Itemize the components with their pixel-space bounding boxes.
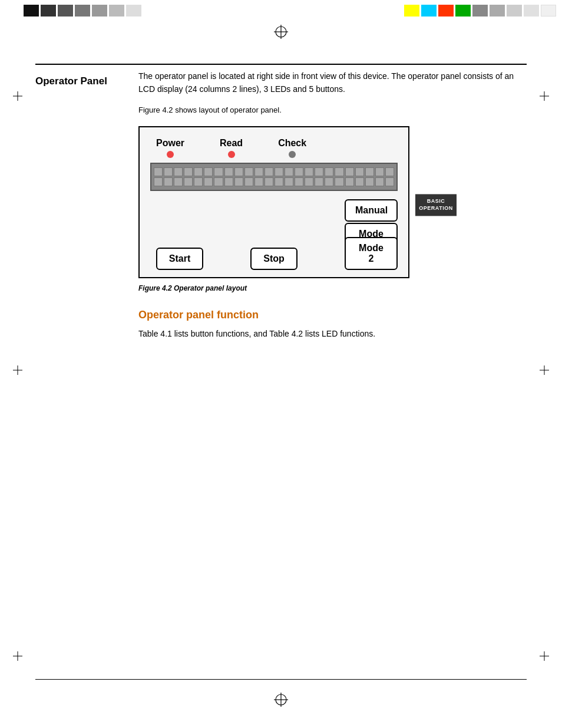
- lcd-cell: [275, 177, 283, 186]
- intro-text: The operator panel is located at right s…: [138, 70, 527, 96]
- color-block: [507, 5, 522, 17]
- lcd-cell: [265, 167, 273, 176]
- manual-button[interactable]: Manual: [345, 199, 398, 222]
- color-block-cyan: [421, 5, 437, 17]
- led-power-dot: [167, 151, 174, 158]
- lcd-cell: [345, 177, 354, 186]
- figure-ref: Figure 4.2 shows layout of operator pane…: [138, 106, 527, 114]
- lcd-cell: [345, 167, 354, 176]
- bottom-crosshair: [274, 693, 288, 709]
- side-tab: BASIC OPERATION: [415, 194, 457, 216]
- lcd-cell: [214, 167, 223, 176]
- lcd-cell: [174, 167, 183, 176]
- top-rule: [35, 64, 527, 65]
- subsection-title: Operator panel function: [138, 309, 527, 321]
- led-power-label: Power: [156, 138, 184, 149]
- lcd-cell: [365, 167, 374, 176]
- lcd-cell: [335, 167, 343, 176]
- lcd-cell: [385, 177, 394, 186]
- color-block: [109, 5, 124, 17]
- side-tab-line1: BASIC: [418, 197, 454, 205]
- lcd-cell: [204, 167, 213, 176]
- lcd-cell: [375, 177, 384, 186]
- lcd-cell: [355, 177, 364, 186]
- lcd-cell: [154, 177, 163, 186]
- right-color-strip: [404, 5, 556, 17]
- lcd-cell: [275, 167, 283, 176]
- lcd-cell: [234, 177, 243, 186]
- color-block: [472, 5, 488, 17]
- color-block: [92, 5, 107, 17]
- bottom-rule: [35, 679, 527, 680]
- lcd-cell: [305, 177, 313, 186]
- stop-button[interactable]: Stop: [250, 248, 297, 270]
- lcd-cell: [204, 177, 213, 186]
- left-crosshair-bottom: [13, 651, 22, 663]
- lcd-cell: [214, 177, 223, 186]
- lcd-cell: [315, 177, 323, 186]
- lcd-cell: [224, 167, 233, 176]
- lcd-cell: [184, 177, 193, 186]
- lcd-cell: [194, 167, 203, 176]
- led-row: Power Read Check: [156, 138, 398, 158]
- color-block-green: [455, 5, 471, 17]
- color-block: [541, 5, 556, 17]
- lcd-cell: [254, 177, 263, 186]
- lcd-cell: [295, 177, 303, 186]
- lcd-cell: [154, 167, 163, 176]
- right-crosshair-bottom: [540, 651, 549, 663]
- panel-diagram-container: Power Read Check: [138, 126, 409, 284]
- subsection-text: Table 4.1 lists button functions, and Ta…: [138, 327, 527, 340]
- lcd-cell: [385, 167, 394, 176]
- section-heading: Operator Panel: [35, 75, 138, 87]
- lcd-cell: [295, 167, 303, 176]
- figure-caption: Figure 4.2 Operator panel layout: [138, 284, 527, 292]
- buttons-area: Start Stop Manual Mode 1 Mode 2: [150, 199, 398, 270]
- top-crosshair: [274, 25, 288, 41]
- led-read-dot: [228, 151, 235, 158]
- lcd-cell: [184, 167, 193, 176]
- lcd-cell: [254, 167, 263, 176]
- lcd-cell: [325, 167, 333, 176]
- led-check-label: Check: [278, 138, 306, 149]
- panel-diagram: Power Read Check: [138, 126, 409, 278]
- lcd-cell: [174, 177, 183, 186]
- lcd-display: [150, 163, 398, 191]
- color-block-yellow: [404, 5, 419, 17]
- color-block: [24, 5, 39, 17]
- led-read: Read: [220, 138, 243, 158]
- color-block: [490, 5, 505, 17]
- color-block: [58, 5, 73, 17]
- lcd-cell: [335, 177, 343, 186]
- right-content-column: The operator panel is located at right s…: [138, 70, 527, 340]
- color-block: [524, 5, 539, 17]
- lcd-cell: [315, 167, 323, 176]
- lcd-cell: [365, 177, 374, 186]
- lcd-cell: [375, 167, 384, 176]
- lcd-cell: [224, 177, 233, 186]
- lcd-cell: [244, 167, 253, 176]
- left-color-strip: [24, 5, 141, 17]
- lcd-cell: [194, 177, 203, 186]
- right-crosshair-mid: [540, 365, 549, 377]
- lcd-cell: [305, 167, 313, 176]
- main-content: Operator Panel The operator panel is loc…: [0, 70, 562, 340]
- led-read-label: Read: [220, 138, 243, 149]
- left-crosshair-mid: [13, 365, 22, 377]
- start-button[interactable]: Start: [156, 248, 203, 270]
- lcd-cell: [265, 177, 273, 186]
- led-power: Power: [156, 138, 184, 158]
- lcd-cell: [244, 177, 253, 186]
- mode2-button[interactable]: Mode 2: [345, 237, 398, 270]
- led-check-dot: [289, 151, 296, 158]
- lcd-cell: [164, 167, 173, 176]
- color-block: [41, 5, 56, 17]
- lcd-cell: [355, 167, 364, 176]
- color-block: [75, 5, 90, 17]
- lcd-cell: [325, 177, 333, 186]
- lcd-cell: [164, 177, 173, 186]
- section-label-column: Operator Panel: [35, 70, 138, 340]
- color-block-red: [438, 5, 454, 17]
- led-check: Check: [278, 138, 306, 158]
- color-block: [126, 5, 141, 17]
